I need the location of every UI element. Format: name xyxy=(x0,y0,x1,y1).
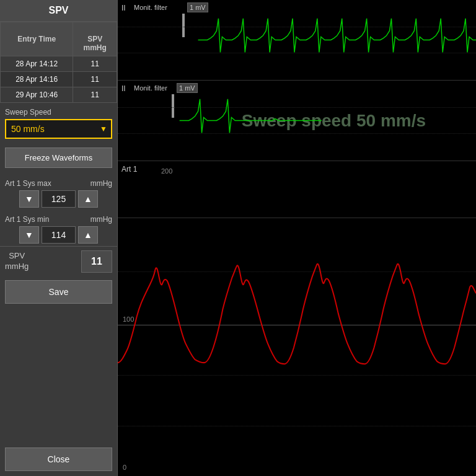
table-row: 29 Apr 10:4611 xyxy=(1,87,117,103)
entry-time-cell: 28 Apr 14:16 xyxy=(1,72,73,87)
art1-sys-max-value: 125 xyxy=(42,190,76,208)
art1-sys-max-unit: mmHg xyxy=(90,179,112,188)
ecg-top-wave xyxy=(118,0,476,80)
art1-sys-max-section: Art 1 Sys max mmHg ▼ 125 ▲ xyxy=(0,174,117,210)
ecg-mid-panel: II Monit. filter 1 mV Sweep speed 50 mm/… xyxy=(118,81,476,161)
entry-table: Entry Time SPVmmHg 28 Apr 14:121128 Apr … xyxy=(0,22,117,103)
sweep-speed-select[interactable]: 25 mm/s 50 mm/s 100 mm/s xyxy=(5,119,112,139)
art1-sys-min-stepper: ▼ 114 ▲ xyxy=(5,226,112,244)
sweep-speed-label: Sweep Speed xyxy=(5,108,112,117)
panel-title: SPV xyxy=(0,0,117,22)
art1-sys-max-decrease[interactable]: ▼ xyxy=(19,190,39,208)
spv-cell: 11 xyxy=(73,72,117,87)
spv-display-row: SPVmmHg 11 xyxy=(0,246,117,276)
art1-sys-min-label: Art 1 Sys min xyxy=(5,215,49,224)
table-row: 28 Apr 14:1611 xyxy=(1,72,117,87)
left-panel: SPV Entry Time SPVmmHg 28 Apr 14:121128 … xyxy=(0,0,118,476)
right-panel: II Monit. filter 1 mV II Monit. filter 1… xyxy=(118,0,476,476)
art1-sys-min-section: Art 1 Sys min mmHg ▼ 114 ▲ xyxy=(0,210,117,246)
ecg-mid-wave xyxy=(118,81,476,161)
save-button[interactable]: Save xyxy=(5,280,112,304)
art1-sys-min-value: 114 xyxy=(42,226,76,244)
col-entry-time-header: Entry Time xyxy=(1,22,73,56)
art1-sys-min-increase[interactable]: ▲ xyxy=(78,226,98,244)
spv-cell: 11 xyxy=(73,87,117,103)
spv-display-label: SPVmmHg xyxy=(5,251,29,272)
spv-display-value: 11 xyxy=(81,250,112,273)
entry-time-cell: 28 Apr 14:12 xyxy=(1,56,73,72)
entry-time-cell: 29 Apr 10:46 xyxy=(1,87,73,103)
sweep-speed-section: Sweep Speed 25 mm/s 50 mm/s 100 mm/s xyxy=(0,103,117,141)
art1-sys-max-increase[interactable]: ▲ xyxy=(78,190,98,208)
art-panel: Art 1 200 100 0 xyxy=(118,161,476,476)
close-button[interactable]: Close xyxy=(5,447,112,471)
sweep-speed-wrapper[interactable]: 25 mm/s 50 mm/s 100 mm/s xyxy=(5,119,112,139)
art-wave xyxy=(118,161,476,476)
table-row: 28 Apr 14:1211 xyxy=(1,56,117,72)
art1-sys-max-stepper: ▼ 125 ▲ xyxy=(5,190,112,208)
art1-sys-max-label: Art 1 Sys max xyxy=(5,179,51,188)
ecg-top-panel: II Monit. filter 1 mV xyxy=(118,0,476,81)
art1-sys-min-decrease[interactable]: ▼ xyxy=(19,226,39,244)
art1-sys-min-unit: mmHg xyxy=(90,215,112,224)
spv-cell: 11 xyxy=(73,56,117,72)
col-spv-header: SPVmmHg xyxy=(73,22,117,56)
freeze-waveforms-button[interactable]: Freeze Waveforms xyxy=(5,148,112,168)
